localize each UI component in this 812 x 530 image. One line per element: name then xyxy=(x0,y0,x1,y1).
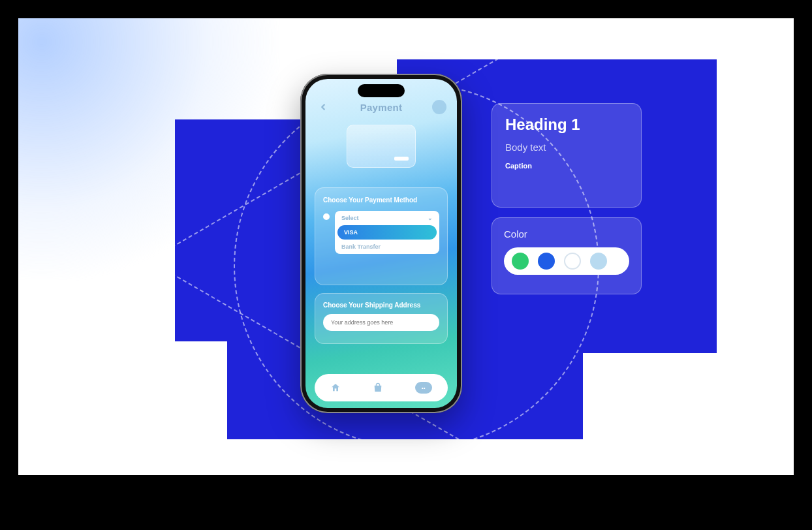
swatch-blue[interactable] xyxy=(538,253,555,270)
avatar[interactable] xyxy=(432,100,446,114)
swatch-light-blue[interactable] xyxy=(590,253,607,270)
payment-radio-row: Select ⌄ VISA Bank Transfer xyxy=(323,211,439,254)
nav-chat[interactable]: •• xyxy=(415,382,432,394)
page-title: Payment xyxy=(360,102,403,113)
shipping-address-input[interactable] xyxy=(323,314,439,331)
dynamic-island xyxy=(358,84,405,97)
shipping-label: Choose Your Shipping Address xyxy=(323,302,439,309)
phone-device: Payment Choose Your Payment Method Selec… xyxy=(300,74,462,413)
nav-bag[interactable] xyxy=(373,382,383,393)
payment-dropdown[interactable]: Select ⌄ VISA Bank Transfer xyxy=(335,211,439,254)
dropdown-option-bank[interactable]: Bank Transfer xyxy=(335,240,439,254)
payment-method-panel: Choose Your Payment Method Select ⌄ VISA… xyxy=(315,187,448,285)
dropdown-selected-label: Select xyxy=(341,215,359,221)
credit-card-preview xyxy=(347,125,416,168)
swatch-white[interactable] xyxy=(564,253,581,270)
back-button[interactable] xyxy=(316,100,330,114)
nav-home[interactable] xyxy=(330,382,341,393)
bag-icon xyxy=(373,382,383,393)
dropdown-option-visa[interactable]: VISA xyxy=(337,225,437,240)
swatch-row xyxy=(504,247,629,275)
payment-method-label: Choose Your Payment Method xyxy=(323,196,439,204)
caption-sample: Caption xyxy=(505,162,628,170)
chat-icon: •• xyxy=(422,385,426,391)
swatch-green[interactable] xyxy=(512,253,529,270)
design-frame: Heading 1 Body text Caption Color Paymen… xyxy=(18,18,794,475)
body-sample: Body text xyxy=(505,142,628,153)
radio-selected[interactable] xyxy=(323,213,330,220)
heading-sample: Heading 1 xyxy=(505,116,628,134)
home-icon xyxy=(330,382,341,393)
color-card: Color xyxy=(492,217,642,294)
bottom-nav: •• xyxy=(315,374,448,401)
color-card-title: Color xyxy=(504,228,629,240)
dropdown-header[interactable]: Select ⌄ xyxy=(335,211,439,225)
typography-card: Heading 1 Body text Caption xyxy=(492,103,642,208)
phone-header: Payment xyxy=(305,100,457,114)
chevron-down-icon: ⌄ xyxy=(428,215,433,221)
chevron-left-icon xyxy=(319,102,328,112)
shipping-address-panel: Choose Your Shipping Address xyxy=(315,293,448,344)
phone-screen: Payment Choose Your Payment Method Selec… xyxy=(305,79,457,408)
